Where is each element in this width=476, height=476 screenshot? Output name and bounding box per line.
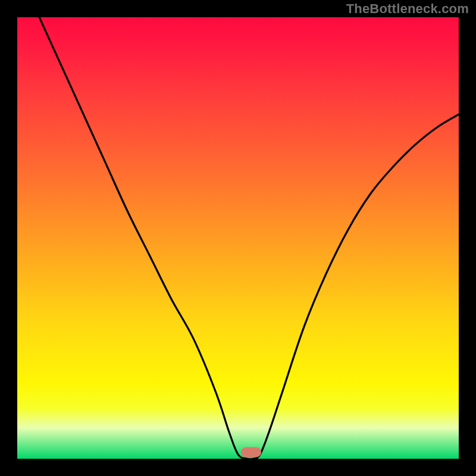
- curve-path: [39, 17, 459, 459]
- chart-frame: TheBottleneck.com: [0, 0, 476, 476]
- bottleneck-curve: [17, 17, 459, 459]
- watermark-label: TheBottleneck.com: [346, 1, 469, 17]
- optimal-point-marker: [241, 447, 261, 457]
- plot-area: [17, 17, 459, 459]
